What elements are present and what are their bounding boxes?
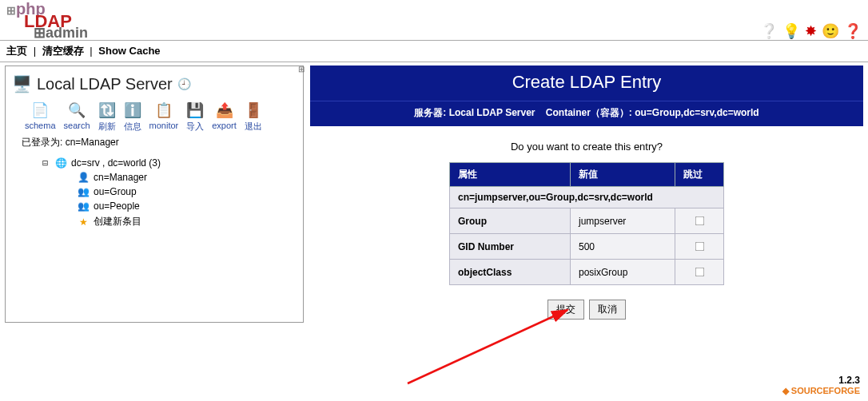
tree-node-new[interactable]: ★创建新条目 — [65, 213, 298, 230]
tool-label: export — [212, 121, 237, 130]
tool-label: search — [64, 121, 90, 130]
tree-node-icon: 👥 — [76, 200, 90, 212]
logout-icon: 🚪 — [245, 101, 262, 119]
logo: ⊞php LDAP ⊞admin — [6, 3, 88, 38]
table-row: GID Number500 — [450, 234, 724, 260]
help-icon[interactable]: ❔ — [760, 22, 778, 40]
entry-table: 属性 新值 跳过 cn=jumpserver,ou=Group,dc=srv,d… — [449, 162, 724, 285]
tool-label: 刷新 — [98, 121, 116, 133]
tip-icon[interactable]: 💡 — [782, 22, 800, 40]
tool-label: schema — [25, 121, 56, 130]
cancel-button[interactable]: 取消 — [589, 300, 626, 320]
table-row: Groupjumpserver — [450, 208, 724, 234]
export-icon: 📤 — [216, 101, 233, 119]
nav-home[interactable]: 主页 — [6, 45, 27, 57]
clock-icon[interactable]: 🕘 — [177, 77, 191, 90]
tree-root[interactable]: ⊟ 🌐 dc=srv , dc=world (3) — [42, 156, 298, 170]
tree-node-people[interactable]: 👥ou=People — [65, 199, 298, 213]
tree-node-label: ou=Group — [94, 186, 137, 197]
tree-node-group[interactable]: 👥ou=Group — [65, 185, 298, 199]
main-header: Create LDAP Entry 服务器: Local LDAP Server… — [310, 66, 863, 126]
confirm-question: Do you want to create this entry? — [511, 126, 663, 162]
page-title: Create LDAP Entry — [310, 66, 863, 101]
attr-value: posixGroup — [571, 260, 675, 285]
nav-show-cache[interactable]: Show Cache — [98, 45, 160, 57]
entry-dn: cn=jumpserver,ou=Group,dc=srv,dc=world — [450, 187, 724, 208]
tool-search[interactable]: 🔍search — [64, 101, 90, 133]
tool-label: 导入 — [186, 121, 204, 133]
tool-export[interactable]: 📤export — [212, 101, 237, 133]
smiley-icon[interactable]: 🙂 — [822, 22, 839, 40]
top-nav: 主页 | 清空缓存 | Show Cache — [0, 40, 868, 62]
tool-monitor[interactable]: 📋monitor — [149, 101, 179, 133]
tree-node-icon: ★ — [76, 216, 90, 228]
col-newval: 新值 — [571, 163, 675, 187]
col-attr: 属性 — [450, 163, 571, 187]
version-label: 1.2.3 — [782, 375, 860, 386]
tree-node-label: cn=Manager — [94, 172, 147, 183]
search-icon: 🔍 — [68, 101, 86, 119]
toolbar: 📄schema🔍search🔃刷新ℹ️信息📋monitor💾导入📤export🚪… — [10, 97, 298, 134]
footer: 1.2.3 ◆ SOURCEFORGE — [782, 375, 860, 396]
info-icon: ℹ️ — [124, 101, 141, 119]
submit-button[interactable]: 提交 — [547, 300, 584, 320]
monitor-icon: 📋 — [155, 101, 173, 119]
tree-node-icon: 👥 — [76, 186, 90, 197]
tool-info[interactable]: ℹ️信息 — [124, 101, 141, 133]
tool-label: 信息 — [124, 121, 141, 133]
main-panel: Create LDAP Entry 服务器: Local LDAP Server… — [310, 66, 863, 334]
tree-node-label: ou=People — [94, 200, 140, 212]
tree-node-manager[interactable]: 👤cn=Manager — [65, 170, 298, 185]
nav-purge-cache[interactable]: 清空缓存 — [42, 45, 84, 57]
panel-collapse-icon[interactable]: ⊞ — [298, 65, 305, 73]
tool-schema[interactable]: 📄schema — [25, 101, 56, 133]
tool-import[interactable]: 💾导入 — [186, 101, 204, 133]
sourceforge-link[interactable]: ◆ SOURCEFORGE — [782, 386, 860, 396]
ldap-tree: ⊟ 🌐 dc=srv , dc=world (3) 👤cn=Manager👥ou… — [10, 156, 298, 230]
bug-icon[interactable]: ✸ — [805, 22, 817, 40]
server-title: 🖥️ Local LDAP Server 🕘 — [10, 71, 298, 97]
top-bar: ⊞php LDAP ⊞admin ❔ 💡 ✸ 🙂 ❓ — [0, 0, 868, 40]
attr-value: 500 — [571, 234, 675, 260]
top-icon-bar: ❔ 💡 ✸ 🙂 ❓ — [760, 3, 862, 40]
skip-checkbox[interactable] — [695, 216, 705, 226]
attr-value: jumpserver — [571, 208, 675, 234]
logged-in-row: 已登录为: cn=Manager — [10, 134, 298, 156]
tool-refresh[interactable]: 🔃刷新 — [98, 101, 116, 133]
tree-node-label: 创建新条目 — [94, 215, 141, 228]
skip-checkbox[interactable] — [695, 242, 705, 252]
table-row: objectClassposixGroup — [450, 260, 724, 285]
tree-node-icon: 👤 — [76, 172, 90, 183]
tool-label: monitor — [149, 121, 179, 130]
schema-icon: 📄 — [31, 101, 49, 119]
attr-name: GID Number — [450, 234, 571, 260]
tree-panel: ⊞ 🖥️ Local LDAP Server 🕘 📄schema🔍search🔃… — [5, 66, 304, 323]
context-bar: 服务器: Local LDAP Server Container（容器）: ou… — [310, 101, 863, 126]
skip-checkbox[interactable] — [695, 268, 705, 277]
globe-icon: 🌐 — [54, 157, 68, 169]
server-icon: 🖥️ — [12, 74, 32, 93]
tool-logout[interactable]: 🚪退出 — [245, 101, 262, 133]
import-icon: 💾 — [186, 101, 204, 119]
refresh-icon: 🔃 — [98, 101, 116, 119]
button-row: 提交 取消 — [547, 285, 626, 334]
tree-collapse-icon[interactable]: ⊟ — [42, 157, 50, 169]
attr-name: objectClass — [450, 260, 571, 285]
question-icon[interactable]: ❓ — [844, 22, 862, 40]
col-skip: 跳过 — [675, 163, 724, 187]
tool-label: 退出 — [245, 121, 262, 133]
attr-name: Group — [450, 208, 571, 234]
